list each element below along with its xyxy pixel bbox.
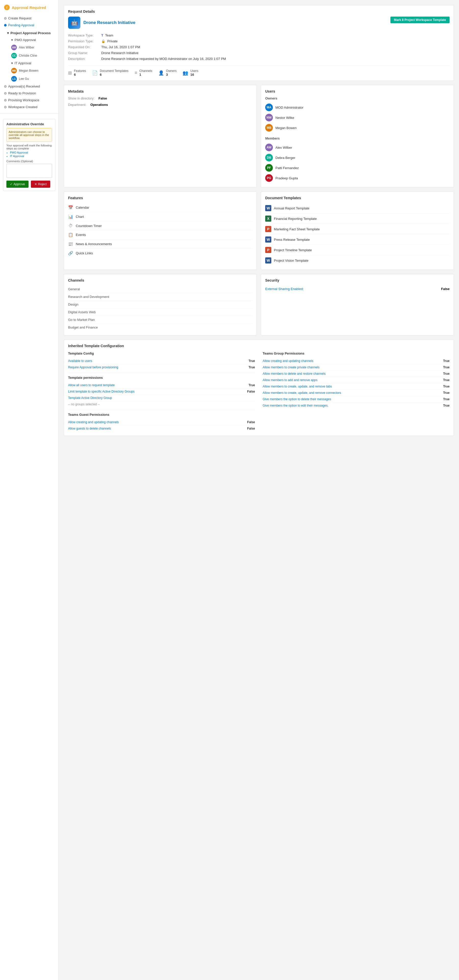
department-label: Department:: [68, 103, 86, 107]
feature-events: 📋 Events: [68, 230, 253, 240]
teams-group-permissions-rows: Allow creating and updating channels Tru…: [263, 358, 449, 409]
nav-provising-workspace[interactable]: Provising Workspace: [0, 97, 59, 103]
meta-department: Department: Operations: [68, 103, 253, 107]
channel-rd: Research and Development: [68, 293, 253, 301]
document-templates-card: Document Templates W Annual Report Templ…: [261, 192, 454, 270]
nav-project-approval: ▾ Project Approval Process: [0, 29, 59, 37]
workspace-icon: 🤖: [68, 17, 80, 29]
channel-general: General: [68, 285, 253, 293]
events-icon: 📋: [68, 232, 73, 237]
member-alex: AW Alex Wilber: [265, 142, 449, 153]
admin-override-title: Administrative Override: [6, 122, 52, 126]
nav-it-approval[interactable]: ▾ IT Approval: [0, 60, 59, 67]
quicklinks-icon: 🔗: [68, 251, 73, 256]
description-label: Description:: [68, 56, 101, 62]
nav-pending-approval[interactable]: Pending Approval: [0, 22, 59, 29]
config-no-groups: -- no groups selected --: [68, 401, 255, 407]
nav-pmo-approval[interactable]: ▾ PMO Approval: [0, 37, 59, 43]
avatar-alex: AW: [11, 45, 17, 50]
description-value: Drone Research Initiative requested by M…: [101, 56, 449, 62]
channel-digital-assets: Digital Assets Web: [68, 309, 253, 316]
template-badge: Mark 8 Project Workspace Template: [391, 17, 449, 23]
nav-workspace-created[interactable]: Workspace Created: [0, 103, 59, 110]
channels-card: Channels General Research and Developmen…: [64, 274, 257, 336]
permission-type-value: 🔒 Private: [101, 38, 449, 44]
config-allow-all-users: Allow all users to request template True: [68, 382, 255, 388]
group-name-label: Group Name:: [68, 50, 101, 56]
workspace-name: Drone Research Initiative: [83, 20, 135, 25]
member-pradeep: PG Pradeep Gupta: [265, 173, 449, 183]
step-pmo: PMO Approval: [10, 151, 52, 154]
request-header: 🤖 Drone Research Initiative Mark 8 Proje…: [68, 17, 449, 29]
user-lee-gu: LG Lee Gu: [0, 75, 59, 83]
feature-news: 📰 News & Announcements: [68, 240, 253, 249]
stat-users: 👥 Users 16: [183, 69, 198, 76]
users-card-title: Users: [265, 89, 449, 93]
doc-project-timeline: P Project Timeline Template: [265, 245, 449, 255]
feature-calendar: 📅 Calendar: [68, 203, 253, 212]
security-card: Security External Sharing Enabled: False: [261, 274, 454, 336]
external-sharing-label: External Sharing Enabled:: [265, 287, 304, 291]
teams-group-permissions-title: Teams Group Permissions: [263, 352, 449, 355]
config-guest-creating-channels: Allow creating and updating channels Fal…: [68, 419, 255, 425]
teams-guest-permissions-rows: Allow creating and updating channels Fal…: [68, 419, 255, 431]
inherited-template-card: Inherited Template Configuration Templat…: [64, 339, 454, 436]
features-title: Features: [68, 196, 253, 200]
feature-quicklinks: 🔗 Quick Links: [68, 249, 253, 258]
owners-title: Owners: [265, 96, 449, 100]
show-in-dir-value: False: [98, 96, 107, 100]
avatar-alex-m: AW: [265, 143, 273, 151]
avatar-christie: CC: [11, 53, 17, 59]
teams-icon-inline: T: [101, 33, 103, 37]
member-debra: DB Debra Berger: [265, 153, 449, 163]
workspace-type-label: Workspace Type:: [68, 32, 101, 38]
request-details-card: Request Details 🤖 Drone Research Initiat…: [64, 5, 454, 81]
config-left-col: Template Config Available to users True …: [68, 352, 255, 431]
meta-table: Workspace Type: T Team Permission Type: …: [68, 32, 449, 62]
approve-button[interactable]: ✓ Approve: [6, 181, 29, 188]
requested-on-value: Thu, Jul 16, 2020 1:07 PM: [101, 44, 449, 50]
config-edit-messages: Give members the option to edit their me…: [263, 402, 449, 409]
reject-button[interactable]: ✕ Reject: [31, 181, 50, 188]
news-icon: 📰: [68, 242, 73, 247]
avatar-debra: DB: [265, 154, 273, 161]
lock-icon: 🔒: [101, 39, 105, 43]
request-details-title: Request Details: [68, 10, 449, 14]
comments-label: Comments (Optional): [6, 160, 52, 163]
workspace-type-value: T Team: [101, 32, 449, 38]
avatar-pradeep: PG: [265, 174, 273, 182]
config-create-update-remove-tabs: Allow members to create, update, and rem…: [263, 383, 449, 390]
admin-override-section: Administrative Override Administrators c…: [3, 119, 56, 191]
config-delete-restore-channels: Allow members to delete and restore chan…: [263, 371, 449, 377]
users-icon: 👥: [183, 70, 188, 76]
channel-design: Design: [68, 301, 253, 309]
stats-row: ⊞ Features 6 📄 Document Templates 6 ≡ Ch…: [68, 65, 449, 76]
channels-title: Channels: [68, 278, 253, 282]
nav-create-request[interactable]: Create Request: [0, 15, 59, 22]
members-list: AW Alex Wilber DB Debra Berger PF Patti …: [265, 142, 449, 183]
nav-approvals-received[interactable]: Approval(s) Received: [0, 83, 59, 90]
features-icon: ⊞: [68, 70, 72, 76]
word-icon-3: W: [265, 258, 271, 264]
template-config-rows: Available to users True Require Approval…: [68, 358, 255, 371]
feature-countdown: ⏱ Countdown Timer: [68, 221, 253, 230]
doc-press-release: W Press Release Template: [265, 234, 449, 245]
security-title: Security: [265, 278, 449, 282]
chart-icon: 📊: [68, 214, 73, 219]
avatar-nestor: NW: [265, 114, 273, 121]
step-it: IT Approval: [10, 154, 52, 158]
user-megan-bowen: MB Megan Bowen: [0, 67, 59, 75]
security-external-sharing: External Sharing Enabled: False: [265, 285, 449, 292]
metadata-users-row: Metadata Show in directory: False Depart…: [64, 85, 454, 188]
user-alex-wilber: AW Alex Wilber: [0, 43, 59, 51]
nav-ready-to-provision[interactable]: Ready to Provision: [0, 90, 59, 97]
channel-budget: Budget and Finance: [68, 324, 253, 331]
channels-security-row: Channels General Research and Developmen…: [64, 274, 454, 336]
config-delete-messages: Give members the option to delete their …: [263, 396, 449, 402]
requested-on-label: Requested On:: [68, 44, 101, 50]
owners-icon: 👤: [158, 70, 164, 76]
comments-textarea[interactable]: [6, 164, 52, 178]
features-docs-row: Features 📅 Calendar 📊 Chart ⏱ Countdown …: [64, 192, 454, 270]
countdown-icon: ⏱: [68, 223, 73, 228]
config-template-ad-group: Template Active Directory Group: [68, 395, 255, 401]
